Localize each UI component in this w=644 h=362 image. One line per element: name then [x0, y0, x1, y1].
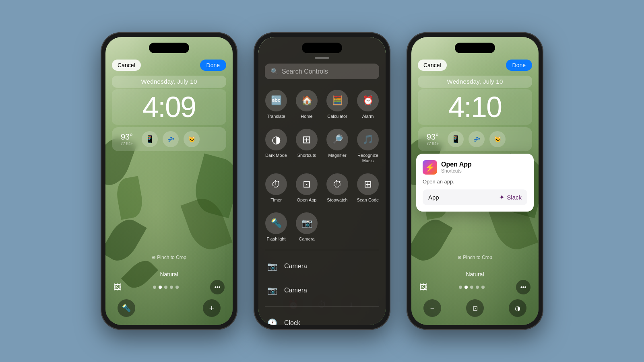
control-dark-mode[interactable]: ◑ Dark Mode [262, 125, 291, 167]
left-sleep-icon: 💤 [163, 131, 179, 147]
slack-icon: ✦ [499, 193, 504, 201]
right-temp-range: 77 94+ [427, 142, 439, 146]
dot-3 [164, 286, 167, 289]
left-device-icon: 📱 [142, 131, 158, 147]
dot-4 [170, 286, 173, 289]
control-camera[interactable]: 📷 Camera [292, 208, 321, 246]
left-pinch-crop: ⊕ Pinch to Crop [105, 253, 233, 261]
dot-1 [153, 286, 156, 289]
section-divider-1 [265, 250, 379, 250]
right-pinch-text: ⊕ Pinch to Crop [458, 255, 492, 260]
left-natural-label: Natural [114, 271, 225, 278]
right-dot-5 [481, 286, 485, 289]
right-date-display: Wednesday, July 10 [418, 76, 532, 88]
left-temp: 93° [121, 132, 133, 142]
control-scan-code[interactable]: ⊞ Scan Code [353, 169, 382, 207]
right-dot-2 [464, 286, 468, 289]
right-dot-4 [476, 286, 479, 289]
control-flashlight[interactable]: 🔦 Flashlight [262, 208, 291, 246]
right-natural-label: Natural [419, 271, 530, 278]
dark-mode-label: Dark Mode [265, 153, 287, 158]
right-brightness-button[interactable]: ◑ [509, 299, 526, 317]
panel-app-icon: ⚡ [423, 160, 437, 175]
open-app-panel: ⚡ Open App Shortcuts Open an app. App ✦ … [416, 154, 534, 212]
right-minus-button[interactable]: − [423, 299, 441, 317]
alarm-icon: ⏰ [357, 90, 379, 111]
shortcuts-label: Shortcuts [297, 153, 316, 158]
shortcuts-icon: ⊞ [296, 129, 318, 150]
search-icon: 🔍 [270, 68, 279, 75]
open-app-icon: ⊡ [296, 173, 318, 195]
magnifier-icon: 🔎 [326, 129, 348, 150]
left-weather-widget: 93° 77 94+ [117, 132, 137, 146]
translate-icon: 🔤 [265, 90, 287, 111]
control-translate[interactable]: 🔤 Translate [262, 86, 291, 123]
scan-code-icon: ⊞ [357, 173, 379, 195]
stopwatch-label: Stopwatch [327, 197, 347, 203]
right-scan-button[interactable]: ⊡ [466, 299, 484, 317]
left-phone: Cancel Done Wednesday, July 10 4:09 93° … [101, 32, 237, 330]
recognize-music-label: Recognize Music [355, 153, 381, 163]
left-more-button[interactable]: ••• [210, 280, 225, 294]
middle-phone: 🔍 Search Controls 🔤 Translate 🏠 Home 🧮 C… [254, 32, 390, 330]
right-time-text: 4:10 [448, 91, 502, 123]
left-date-text: Wednesday, July 10 [141, 78, 197, 85]
panel-slack-value[interactable]: ✦ Slack [499, 193, 522, 201]
right-more-button[interactable]: ••• [516, 280, 530, 294]
search-bar[interactable]: 🔍 Search Controls [265, 64, 379, 79]
section-clock-title: Clock [284, 319, 300, 325]
calculator-icon: 🧮 [326, 90, 348, 111]
left-top-bar: Cancel Done [105, 37, 233, 74]
right-cancel-button[interactable]: Cancel [418, 60, 447, 71]
dark-mode-icon: ◑ [265, 129, 287, 150]
translate-label: Translate [267, 114, 285, 119]
panel-description: Open an app. [423, 179, 527, 185]
left-time-display: 4:09 [112, 89, 226, 125]
right-date-text: Wednesday, July 10 [447, 78, 503, 85]
right-phone: Cancel Done Wednesday, July 10 4:10 93° … [407, 32, 543, 330]
section-camera-title-1: Camera [284, 263, 307, 270]
sheet-handle [315, 57, 329, 59]
right-dots-row [459, 286, 485, 289]
control-recognize-music[interactable]: 🎵 Recognize Music [353, 125, 382, 167]
dot-5 [175, 286, 179, 289]
section-camera-title-2: Camera [284, 287, 307, 294]
section-clock-icon: 🕐 [265, 316, 279, 325]
panel-header: ⚡ Open App Shortcuts [423, 160, 527, 175]
right-temp: 93° [427, 132, 439, 142]
control-calculator[interactable]: 🧮 Calculator [323, 86, 352, 123]
left-flashlight-button[interactable]: 🔦 [118, 299, 135, 317]
left-pinch-text: ⊕ Pinch to Crop [152, 255, 186, 260]
control-alarm[interactable]: ⏰ Alarm [353, 86, 382, 123]
control-shortcuts[interactable]: ⊞ Shortcuts [292, 125, 321, 167]
left-widget-bar: 93° 77 94+ 📱 💤 🐱 [112, 127, 226, 151]
section-camera-2[interactable]: 📷 Camera [258, 278, 386, 302]
scan-code-label: Scan Code [357, 197, 379, 203]
control-open-app[interactable]: ⊡ Open App [292, 169, 321, 207]
left-cancel-button[interactable]: Cancel [112, 60, 141, 71]
section-camera-1[interactable]: 📷 Camera [258, 254, 386, 278]
home-icon: 🏠 [296, 90, 318, 111]
right-widget-bar: 93° 77 94+ 📱 💤 🐱 [418, 127, 532, 151]
section-clock[interactable]: 🕐 Clock [258, 311, 386, 325]
control-home[interactable]: 🏠 Home [292, 86, 321, 123]
right-done-button[interactable]: Done [506, 60, 532, 71]
recognize-music-icon: 🎵 [357, 129, 379, 150]
control-stopwatch[interactable]: ⏱ Stopwatch [323, 169, 352, 207]
left-extra-icon: 🐱 [184, 131, 200, 147]
control-timer[interactable]: ⏱ Timer [262, 169, 291, 207]
panel-app-row[interactable]: App ✦ Slack [423, 189, 527, 205]
right-pinch-crop: ⊕ Pinch to Crop [411, 253, 539, 261]
section-camera-icon-1: 📷 [265, 259, 279, 274]
right-gallery-icon: 🖼 [419, 283, 427, 292]
left-temp-range: 77 94+ [121, 142, 133, 146]
right-dynamic-island [455, 43, 495, 53]
camera-label: Camera [299, 237, 314, 242]
left-add-button[interactable]: + [203, 299, 221, 317]
right-extra-icon: 🐱 [489, 131, 506, 147]
left-done-button[interactable]: Done [200, 60, 226, 71]
controls-grid: 🔤 Translate 🏠 Home 🧮 Calculator ⏰ Alarm [258, 86, 386, 246]
control-magnifier[interactable]: 🔎 Magnifier [323, 125, 352, 167]
timer-icon: ⏱ [265, 173, 287, 195]
right-dot-3 [470, 286, 473, 289]
